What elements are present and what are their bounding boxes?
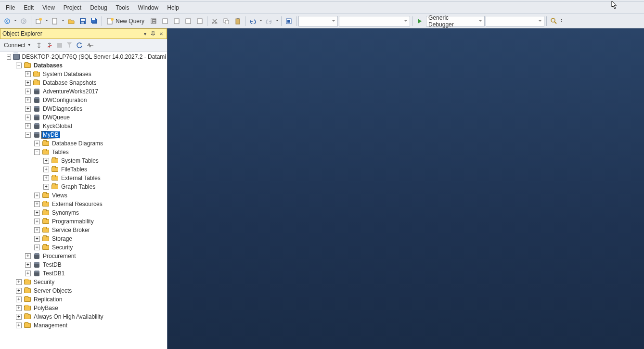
redo-button[interactable] (264, 16, 274, 26)
debugger-combo[interactable]: Generic Debugger (426, 16, 485, 26)
database-engine-query-button[interactable]: ⊞ (148, 16, 159, 26)
open-button[interactable] (66, 16, 77, 26)
tree-node-kyckglobal[interactable]: +KyckGlobal (0, 122, 167, 130)
nav-back-button[interactable] (2, 16, 13, 26)
tree-node-views[interactable]: +Views (0, 191, 167, 200)
debug-target-combo[interactable] (486, 16, 544, 26)
expand-icon[interactable]: + (43, 184, 49, 190)
paste-button[interactable] (232, 16, 243, 26)
tree-node-always-on[interactable]: +Always On High Availability (0, 312, 167, 321)
tree-node-database-diagrams[interactable]: +Database Diagrams (0, 139, 167, 148)
tree-node-dwconfiguration[interactable]: +DWConfiguration (0, 96, 167, 104)
tree-node-graph-tables[interactable]: +Graph Tables (0, 182, 167, 191)
expand-icon[interactable]: + (43, 158, 49, 164)
new-project-button[interactable] (33, 16, 44, 26)
expand-icon[interactable]: + (25, 89, 31, 94)
solution-button[interactable] (283, 16, 294, 26)
close-icon[interactable]: ✕ (158, 30, 165, 37)
nav-forward-button[interactable] (18, 16, 29, 26)
tree-node-replication[interactable]: +Replication (0, 295, 167, 304)
collapse-icon[interactable]: − (25, 132, 31, 138)
menu-debug[interactable]: Debug (86, 3, 111, 12)
redo-dropdown[interactable] (275, 20, 279, 23)
expand-icon[interactable]: + (25, 271, 31, 276)
tree-node-server[interactable]: −DESKTOP-2QLP76Q (SQL Server 14.0.2027.2… (0, 52, 167, 61)
new-query-button[interactable]: New Query (104, 16, 147, 26)
expand-icon[interactable]: + (34, 227, 40, 233)
activity-monitor-button[interactable] (85, 40, 96, 50)
tree-node-synonyms[interactable]: +Synonyms (0, 208, 167, 217)
disconnect-button[interactable] (45, 40, 54, 50)
menu-project[interactable]: Project (60, 3, 85, 12)
new-project-dropdown[interactable] (45, 20, 49, 23)
copy-button[interactable] (221, 16, 232, 26)
expand-icon[interactable]: + (25, 80, 31, 86)
tree-node-adventureworks[interactable]: +AdventureWorks2017 (0, 87, 167, 96)
expand-icon[interactable]: + (25, 106, 31, 112)
filter-button[interactable] (65, 40, 74, 50)
connect-button[interactable]: Connect▼ (2, 40, 33, 50)
find-button[interactable] (549, 16, 559, 26)
refresh-button[interactable] (75, 40, 84, 50)
tree-node-database-snapshots[interactable]: +Database Snapshots (0, 78, 167, 87)
tree-node-system-databases[interactable]: +System Databases (0, 70, 167, 78)
expand-icon[interactable]: + (43, 175, 49, 181)
expand-icon[interactable]: + (25, 71, 31, 77)
pin-icon[interactable] (150, 30, 156, 37)
undo-button[interactable] (247, 16, 258, 26)
new-file-button[interactable] (50, 16, 60, 26)
object-explorer-tree[interactable]: −DESKTOP-2QLP76Q (SQL Server 14.0.2027.2… (0, 52, 167, 349)
expand-icon[interactable]: + (34, 236, 40, 242)
start-debug-button[interactable] (414, 16, 425, 26)
menu-edit[interactable]: Edit (20, 3, 38, 12)
collapse-icon[interactable]: − (7, 54, 11, 60)
analysis-xmla-button[interactable] (183, 16, 193, 26)
new-file-dropdown[interactable] (61, 20, 65, 23)
tree-node-testdb[interactable]: +TestDB (0, 260, 167, 269)
expand-icon[interactable]: + (43, 167, 49, 172)
expand-icon[interactable]: + (16, 297, 22, 302)
toolbar-overflow-button[interactable] (560, 16, 566, 26)
expand-icon[interactable]: + (34, 210, 40, 216)
menu-view[interactable]: View (39, 3, 59, 12)
tree-node-service-broker[interactable]: +Service Broker (0, 226, 167, 234)
connect-object-explorer-button[interactable] (34, 40, 44, 50)
window-position-icon[interactable]: ▾ (142, 30, 148, 37)
solution-platform-combo[interactable] (339, 16, 410, 26)
expand-icon[interactable]: + (16, 279, 22, 285)
expand-icon[interactable]: + (25, 123, 31, 129)
tree-node-mydb[interactable]: −MyDB (0, 130, 167, 139)
analysis-mdx-button[interactable] (160, 16, 170, 26)
tree-node-external-resources[interactable]: +External Resources (0, 200, 167, 208)
tree-node-mydb-security[interactable]: +Security (0, 243, 167, 252)
expand-icon[interactable]: + (34, 245, 40, 250)
collapse-icon[interactable]: − (34, 149, 40, 155)
expand-icon[interactable]: + (25, 115, 31, 120)
undo-dropdown[interactable] (259, 20, 263, 23)
expand-icon[interactable]: + (25, 253, 31, 259)
stop-button[interactable] (55, 40, 64, 50)
tree-node-dwdiagnostics[interactable]: +DWDiagnostics (0, 104, 167, 113)
tree-node-dwqueue[interactable]: +DWQueue (0, 113, 167, 122)
tree-node-server-objects[interactable]: +Server Objects (0, 286, 167, 295)
tree-node-programmability[interactable]: +Programmability (0, 217, 167, 226)
tree-node-filetables[interactable]: +FileTables (0, 165, 167, 174)
tree-node-tables[interactable]: −Tables (0, 148, 167, 156)
tree-node-polybase[interactable]: +PolyBase (0, 304, 167, 312)
expand-icon[interactable]: + (25, 97, 31, 103)
cut-button[interactable] (209, 16, 220, 26)
tree-node-security[interactable]: +Security (0, 278, 167, 286)
tree-node-storage[interactable]: +Storage (0, 234, 167, 243)
expand-icon[interactable]: + (16, 288, 22, 294)
menu-window[interactable]: Window (134, 3, 163, 12)
tree-node-procurement[interactable]: +Procurement (0, 252, 167, 260)
nav-back-dropdown[interactable] (13, 20, 17, 23)
save-all-button[interactable] (89, 16, 100, 26)
menu-help[interactable]: Help (163, 3, 183, 12)
tree-node-external-tables[interactable]: +External Tables (0, 174, 167, 182)
expand-icon[interactable]: + (34, 201, 40, 207)
tree-node-testdb1[interactable]: +TestDB1 (0, 269, 167, 278)
solution-config-combo[interactable] (298, 16, 338, 26)
expand-icon[interactable]: + (34, 193, 40, 198)
expand-icon[interactable]: + (34, 141, 40, 146)
